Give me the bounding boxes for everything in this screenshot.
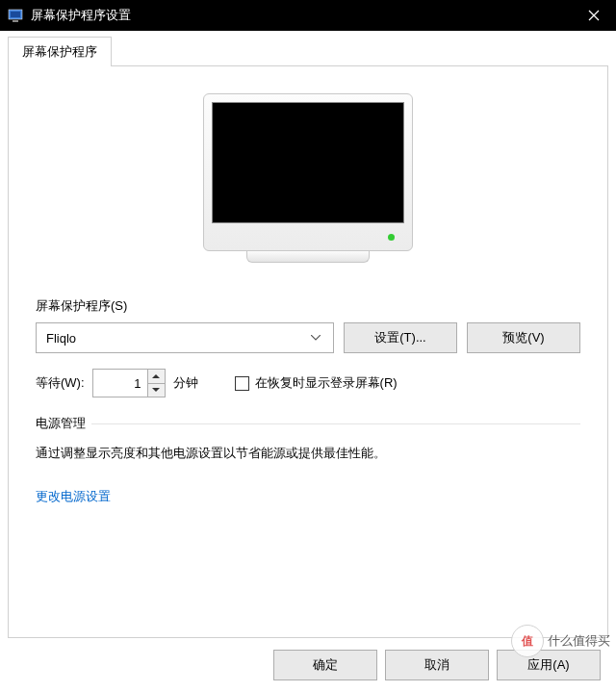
power-group-label: 电源管理 [36,415,580,432]
tab-filler [112,37,608,66]
tab-panel: 屏幕保护程序(S) Fliqlo 设置(T)... 预览(V) 等待(W): [8,66,608,638]
spinner-up-button[interactable] [148,370,165,384]
apply-button[interactable]: 应用(A) [497,650,601,680]
tab-strip: 屏幕保护程序 [8,37,608,66]
preview-area [36,93,580,263]
resume-checkbox[interactable]: 在恢复时显示登录屏幕(R) [235,374,398,392]
settings-button[interactable]: 设置(T)... [344,322,457,353]
titlebar: 屏幕保护程序设置 [0,0,616,31]
dropdown-value: Fliqlo [46,331,76,346]
app-icon [8,8,23,23]
monitor-case [203,93,413,251]
cancel-button[interactable]: 取消 [385,650,489,680]
tab-screensaver[interactable]: 屏幕保护程序 [8,37,112,66]
dialog-footer: 确定 取消 应用(A) [8,638,608,684]
preview-button[interactable]: 预览(V) [467,322,580,353]
chevron-down-icon [152,388,160,392]
ok-button[interactable]: 确定 [273,650,377,680]
close-button[interactable] [572,0,616,31]
screensaver-section-label: 屏幕保护程序(S) [36,297,580,315]
power-description: 通过调整显示亮度和其他电源设置以节省能源或提供最佳性能。 [36,444,580,464]
monitor-led-icon [388,234,395,241]
monitor-stand [246,251,370,263]
svg-rect-2 [13,20,18,22]
chevron-up-icon [152,374,160,378]
window-title: 屏幕保护程序设置 [31,7,572,24]
wait-spinner[interactable] [92,369,166,397]
close-icon [588,10,600,21]
spinner-buttons [147,370,165,397]
power-settings-link[interactable]: 更改电源设置 [36,489,111,503]
monitor-preview [203,93,413,263]
svg-rect-1 [11,12,20,17]
spinner-down-button[interactable] [148,384,165,397]
monitor-screen [212,102,404,223]
resume-label: 在恢复时显示登录屏幕(R) [255,374,398,392]
dialog-content: 屏幕保护程序 屏幕保护程序(S) Fliqlo 设置(T)... [0,31,616,692]
wait-row: 等待(W): 分钟 在恢复时显示登录屏幕(R) [36,369,580,397]
wait-label: 等待(W): [36,374,85,392]
chevron-down-icon [306,323,325,352]
screensaver-row: Fliqlo 设置(T)... 预览(V) [36,322,580,353]
checkbox-box [235,376,249,391]
wait-unit: 分钟 [173,374,198,392]
wait-input[interactable] [93,370,147,397]
screensaver-dropdown[interactable]: Fliqlo [36,322,334,353]
